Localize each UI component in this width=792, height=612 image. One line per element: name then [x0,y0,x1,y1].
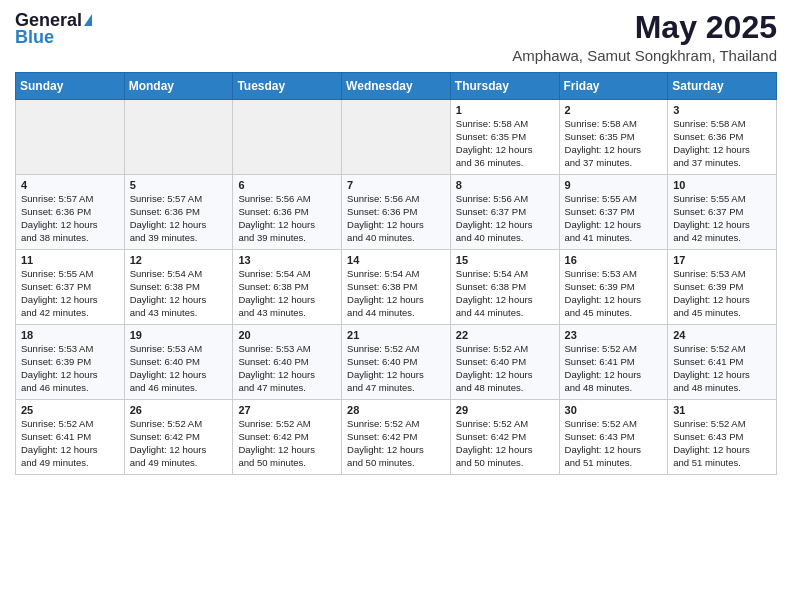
calendar-cell: 12Sunrise: 5:54 AM Sunset: 6:38 PM Dayli… [124,250,233,325]
day-info: Sunrise: 5:58 AM Sunset: 6:35 PM Dayligh… [456,118,554,169]
day-number: 29 [456,404,554,416]
calendar-header-row: SundayMondayTuesdayWednesdayThursdayFrid… [16,73,777,100]
day-number: 17 [673,254,771,266]
calendar-week-3: 11Sunrise: 5:55 AM Sunset: 6:37 PM Dayli… [16,250,777,325]
day-number: 24 [673,329,771,341]
day-header-sunday: Sunday [16,73,125,100]
day-info: Sunrise: 5:53 AM Sunset: 6:39 PM Dayligh… [565,268,663,319]
day-number: 26 [130,404,228,416]
day-info: Sunrise: 5:52 AM Sunset: 6:40 PM Dayligh… [456,343,554,394]
day-info: Sunrise: 5:52 AM Sunset: 6:40 PM Dayligh… [347,343,445,394]
day-number: 6 [238,179,336,191]
day-header-tuesday: Tuesday [233,73,342,100]
day-number: 3 [673,104,771,116]
calendar-cell: 1Sunrise: 5:58 AM Sunset: 6:35 PM Daylig… [450,100,559,175]
calendar-cell: 26Sunrise: 5:52 AM Sunset: 6:42 PM Dayli… [124,400,233,475]
calendar-cell: 2Sunrise: 5:58 AM Sunset: 6:35 PM Daylig… [559,100,668,175]
day-info: Sunrise: 5:53 AM Sunset: 6:40 PM Dayligh… [130,343,228,394]
day-header-wednesday: Wednesday [342,73,451,100]
logo-triangle-icon [84,14,92,26]
calendar-cell: 16Sunrise: 5:53 AM Sunset: 6:39 PM Dayli… [559,250,668,325]
calendar-cell: 22Sunrise: 5:52 AM Sunset: 6:40 PM Dayli… [450,325,559,400]
calendar-week-2: 4Sunrise: 5:57 AM Sunset: 6:36 PM Daylig… [16,175,777,250]
calendar-cell: 27Sunrise: 5:52 AM Sunset: 6:42 PM Dayli… [233,400,342,475]
day-info: Sunrise: 5:52 AM Sunset: 6:42 PM Dayligh… [238,418,336,469]
day-number: 23 [565,329,663,341]
day-info: Sunrise: 5:55 AM Sunset: 6:37 PM Dayligh… [565,193,663,244]
calendar-cell: 4Sunrise: 5:57 AM Sunset: 6:36 PM Daylig… [16,175,125,250]
day-number: 20 [238,329,336,341]
day-info: Sunrise: 5:57 AM Sunset: 6:36 PM Dayligh… [130,193,228,244]
day-number: 30 [565,404,663,416]
day-number: 15 [456,254,554,266]
logo: General Blue [15,10,92,48]
calendar-week-5: 25Sunrise: 5:52 AM Sunset: 6:41 PM Dayli… [16,400,777,475]
day-info: Sunrise: 5:57 AM Sunset: 6:36 PM Dayligh… [21,193,119,244]
calendar-cell: 29Sunrise: 5:52 AM Sunset: 6:42 PM Dayli… [450,400,559,475]
day-info: Sunrise: 5:54 AM Sunset: 6:38 PM Dayligh… [456,268,554,319]
calendar-cell: 7Sunrise: 5:56 AM Sunset: 6:36 PM Daylig… [342,175,451,250]
day-number: 19 [130,329,228,341]
day-info: Sunrise: 5:55 AM Sunset: 6:37 PM Dayligh… [21,268,119,319]
calendar-cell: 30Sunrise: 5:52 AM Sunset: 6:43 PM Dayli… [559,400,668,475]
day-number: 14 [347,254,445,266]
day-info: Sunrise: 5:54 AM Sunset: 6:38 PM Dayligh… [238,268,336,319]
day-number: 13 [238,254,336,266]
page-header: General Blue May 2025 Amphawa, Samut Son… [15,10,777,64]
day-info: Sunrise: 5:52 AM Sunset: 6:43 PM Dayligh… [565,418,663,469]
day-info: Sunrise: 5:53 AM Sunset: 6:39 PM Dayligh… [21,343,119,394]
day-info: Sunrise: 5:52 AM Sunset: 6:42 PM Dayligh… [456,418,554,469]
day-info: Sunrise: 5:53 AM Sunset: 6:39 PM Dayligh… [673,268,771,319]
calendar-cell: 18Sunrise: 5:53 AM Sunset: 6:39 PM Dayli… [16,325,125,400]
day-info: Sunrise: 5:52 AM Sunset: 6:41 PM Dayligh… [673,343,771,394]
day-info: Sunrise: 5:54 AM Sunset: 6:38 PM Dayligh… [130,268,228,319]
day-number: 10 [673,179,771,191]
day-info: Sunrise: 5:52 AM Sunset: 6:42 PM Dayligh… [347,418,445,469]
day-number: 22 [456,329,554,341]
calendar-cell: 8Sunrise: 5:56 AM Sunset: 6:37 PM Daylig… [450,175,559,250]
day-number: 7 [347,179,445,191]
calendar-cell: 6Sunrise: 5:56 AM Sunset: 6:36 PM Daylig… [233,175,342,250]
location-title: Amphawa, Samut Songkhram, Thailand [512,47,777,64]
day-number: 12 [130,254,228,266]
day-header-thursday: Thursday [450,73,559,100]
calendar-cell [233,100,342,175]
calendar-cell [124,100,233,175]
day-info: Sunrise: 5:56 AM Sunset: 6:37 PM Dayligh… [456,193,554,244]
day-number: 25 [21,404,119,416]
day-number: 18 [21,329,119,341]
calendar-cell: 23Sunrise: 5:52 AM Sunset: 6:41 PM Dayli… [559,325,668,400]
calendar-cell [342,100,451,175]
day-header-friday: Friday [559,73,668,100]
calendar-cell [16,100,125,175]
month-title: May 2025 [512,10,777,45]
day-info: Sunrise: 5:54 AM Sunset: 6:38 PM Dayligh… [347,268,445,319]
calendar-cell: 31Sunrise: 5:52 AM Sunset: 6:43 PM Dayli… [668,400,777,475]
calendar-cell: 9Sunrise: 5:55 AM Sunset: 6:37 PM Daylig… [559,175,668,250]
day-number: 5 [130,179,228,191]
calendar-table: SundayMondayTuesdayWednesdayThursdayFrid… [15,72,777,475]
day-info: Sunrise: 5:58 AM Sunset: 6:36 PM Dayligh… [673,118,771,169]
calendar-cell: 13Sunrise: 5:54 AM Sunset: 6:38 PM Dayli… [233,250,342,325]
day-info: Sunrise: 5:52 AM Sunset: 6:41 PM Dayligh… [565,343,663,394]
day-info: Sunrise: 5:55 AM Sunset: 6:37 PM Dayligh… [673,193,771,244]
calendar-cell: 19Sunrise: 5:53 AM Sunset: 6:40 PM Dayli… [124,325,233,400]
calendar-cell: 10Sunrise: 5:55 AM Sunset: 6:37 PM Dayli… [668,175,777,250]
day-number: 2 [565,104,663,116]
calendar-cell: 28Sunrise: 5:52 AM Sunset: 6:42 PM Dayli… [342,400,451,475]
day-number: 21 [347,329,445,341]
day-number: 31 [673,404,771,416]
day-number: 28 [347,404,445,416]
day-number: 4 [21,179,119,191]
day-header-monday: Monday [124,73,233,100]
calendar-cell: 15Sunrise: 5:54 AM Sunset: 6:38 PM Dayli… [450,250,559,325]
day-header-saturday: Saturday [668,73,777,100]
day-info: Sunrise: 5:56 AM Sunset: 6:36 PM Dayligh… [347,193,445,244]
calendar-cell: 14Sunrise: 5:54 AM Sunset: 6:38 PM Dayli… [342,250,451,325]
calendar-cell: 3Sunrise: 5:58 AM Sunset: 6:36 PM Daylig… [668,100,777,175]
day-number: 11 [21,254,119,266]
day-info: Sunrise: 5:58 AM Sunset: 6:35 PM Dayligh… [565,118,663,169]
title-area: May 2025 Amphawa, Samut Songkhram, Thail… [512,10,777,64]
calendar-cell: 24Sunrise: 5:52 AM Sunset: 6:41 PM Dayli… [668,325,777,400]
calendar-cell: 25Sunrise: 5:52 AM Sunset: 6:41 PM Dayli… [16,400,125,475]
